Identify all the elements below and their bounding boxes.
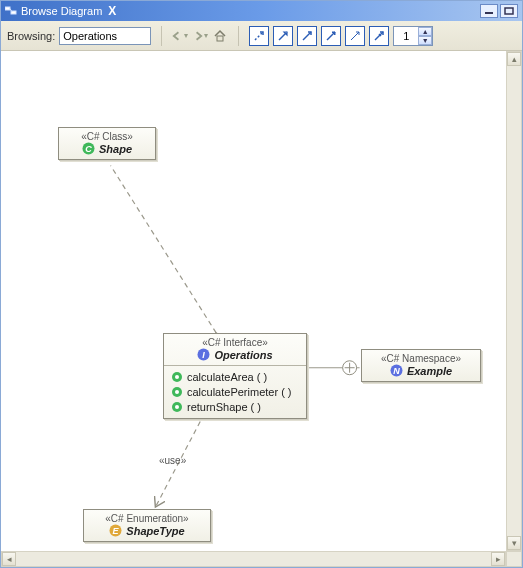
depth-spinner[interactable]: ▲ ▼: [393, 26, 433, 46]
browsing-input[interactable]: [59, 27, 151, 45]
node-name: Shape: [99, 143, 132, 155]
relation-tool-2[interactable]: [273, 26, 293, 46]
diagram-canvas[interactable]: «use» «C# Class» C Shape «C# Interface»: [1, 51, 506, 551]
svg-line-7: [279, 32, 287, 40]
depth-up-button[interactable]: ▲: [418, 27, 432, 36]
namespace-node-example[interactable]: «C# Namespace» N Example: [361, 349, 481, 382]
browsing-label: Browsing:: [7, 30, 55, 42]
relation-tool-3[interactable]: [297, 26, 317, 46]
svg-rect-0: [5, 7, 10, 10]
method-icon: [170, 370, 183, 383]
svg-rect-3: [485, 12, 493, 14]
svg-line-6: [255, 32, 263, 40]
svg-point-26: [175, 390, 179, 394]
maximize-button[interactable]: [500, 4, 518, 18]
svg-text:E: E: [113, 526, 120, 536]
svg-line-11: [375, 32, 383, 40]
svg-line-8: [303, 32, 311, 40]
canvas-area: «use» «C# Class» C Shape «C# Interface»: [1, 51, 522, 567]
namespace-icon: N: [390, 364, 403, 377]
node-name: ShapeType: [126, 525, 184, 537]
svg-point-24: [175, 375, 179, 379]
method-icon: [170, 400, 183, 413]
scroll-down-button[interactable]: ▾: [507, 536, 521, 550]
home-button[interactable]: [212, 28, 228, 44]
interface-node-operations[interactable]: «C# Interface» I Operations calculateAre…: [163, 333, 307, 419]
svg-rect-5: [217, 36, 223, 41]
forward-button[interactable]: [192, 28, 208, 44]
scroll-up-button[interactable]: ▴: [507, 52, 521, 66]
node-name: Example: [407, 365, 452, 377]
svg-text:N: N: [393, 366, 400, 376]
enum-node-shapetype[interactable]: «C# Enumeration» E ShapeType: [83, 509, 211, 542]
enum-icon: E: [109, 524, 122, 537]
svg-line-13: [111, 166, 217, 333]
titlebar: Browse Diagram X: [1, 1, 522, 21]
depth-down-button[interactable]: ▼: [418, 36, 432, 45]
toolbar: Browsing:: [1, 21, 522, 51]
horizontal-scrollbar[interactable]: ◂ ▸: [1, 551, 506, 567]
operation-name: returnShape ( ): [187, 401, 261, 413]
back-button[interactable]: [172, 28, 188, 44]
svg-rect-4: [505, 8, 513, 14]
method-icon: [170, 385, 183, 398]
close-tab-button[interactable]: X: [108, 4, 116, 18]
stereotype-label: «C# Enumeration»: [92, 513, 202, 524]
relation-tool-5[interactable]: [345, 26, 365, 46]
stereotype-label: «C# Interface»: [172, 337, 298, 348]
scroll-left-button[interactable]: ◂: [2, 552, 16, 566]
svg-text:C: C: [85, 144, 92, 154]
svg-line-14: [155, 422, 200, 508]
stereotype-label: «C# Namespace»: [370, 353, 472, 364]
relation-tool-6[interactable]: [369, 26, 389, 46]
svg-line-12: [379, 34, 381, 36]
svg-line-9: [327, 32, 335, 40]
class-icon: C: [82, 142, 95, 155]
scroll-right-button[interactable]: ▸: [491, 552, 505, 566]
vertical-scrollbar[interactable]: ▴ ▾: [506, 51, 522, 551]
interface-icon: I: [197, 348, 210, 361]
operation-name: calculatePerimeter ( ): [187, 386, 292, 398]
titlebar-title: Browse Diagram: [21, 5, 102, 17]
operation-row: returnShape ( ): [170, 399, 300, 414]
operation-row: calculatePerimeter ( ): [170, 384, 300, 399]
operation-name: calculateArea ( ): [187, 371, 267, 383]
stereotype-label: «C# Class»: [67, 131, 147, 142]
svg-point-16: [343, 361, 357, 375]
svg-line-10: [351, 32, 359, 40]
use-edge-label: «use»: [159, 455, 186, 466]
diagram-tab-icon: [5, 5, 17, 17]
operation-row: calculateArea ( ): [170, 369, 300, 384]
class-node-shape[interactable]: «C# Class» C Shape: [58, 127, 156, 160]
browse-diagram-window: Browse Diagram X Browsing:: [0, 0, 523, 568]
scroll-corner: [506, 551, 522, 567]
edges-layer: [1, 51, 506, 551]
node-name: Operations: [214, 349, 272, 361]
depth-input[interactable]: [394, 27, 418, 45]
minimize-button[interactable]: [480, 4, 498, 18]
relation-tool-4[interactable]: [321, 26, 341, 46]
relation-tool-1[interactable]: [249, 26, 269, 46]
svg-point-28: [175, 405, 179, 409]
